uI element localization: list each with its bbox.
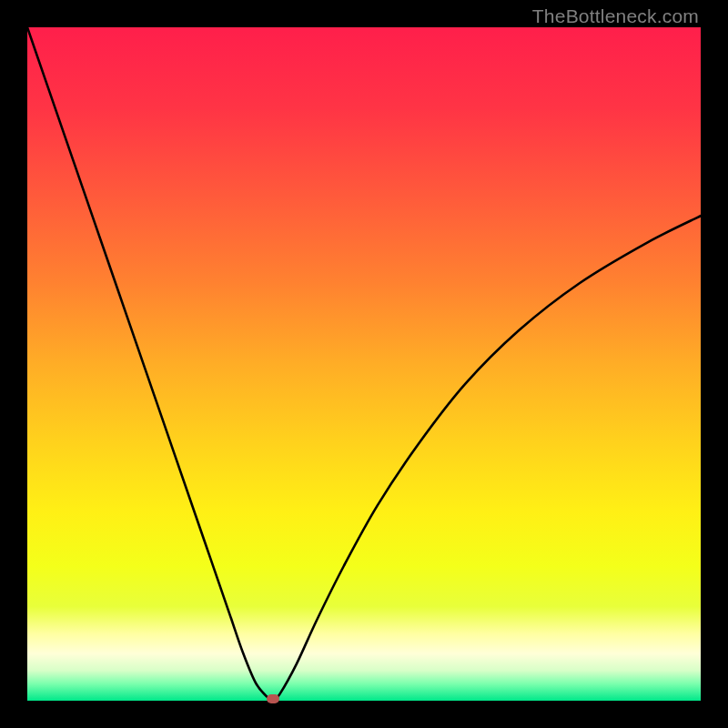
chart-container: TheBottleneck.com: [0, 0, 728, 728]
background-gradient: [27, 27, 701, 701]
watermark-text: TheBottleneck.com: [532, 5, 699, 27]
minimum-marker: [267, 694, 279, 703]
svg-rect-0: [27, 27, 701, 701]
plot-area: [27, 27, 701, 701]
